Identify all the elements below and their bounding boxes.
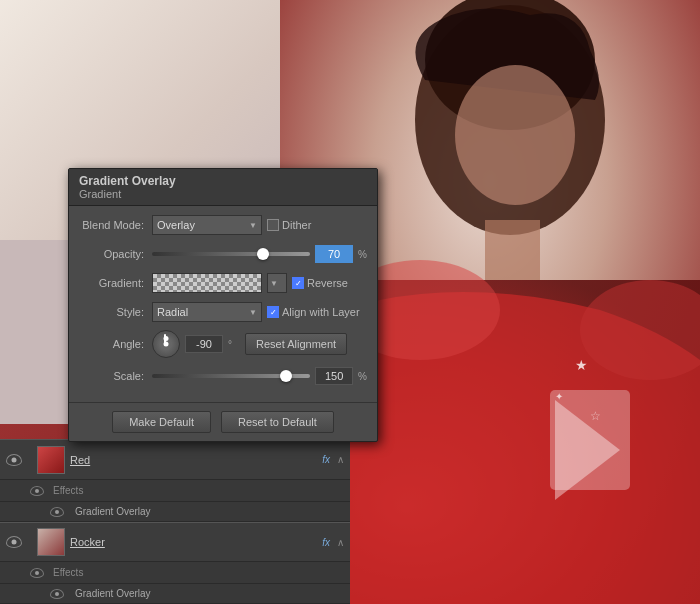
dialog-header: Gradient Overlay Gradient: [69, 169, 377, 206]
opacity-controls: 70 %: [152, 245, 367, 263]
blend-mode-label: Blend Mode:: [79, 219, 144, 231]
gradient-row: Gradient: ▼ Reverse: [79, 272, 367, 294]
align-label: Align with Layer: [282, 306, 360, 318]
layer-thumbnail-red: [37, 446, 65, 474]
style-label: Style:: [79, 306, 144, 318]
opacity-slider[interactable]: [152, 252, 310, 256]
layer-row-red[interactable]: Red fx ∧: [0, 440, 350, 480]
svg-rect-4: [485, 220, 540, 280]
opacity-unit: %: [358, 249, 367, 260]
blend-mode-controls: Overlay ▼ Dither: [152, 215, 367, 235]
align-group: Align with Layer: [267, 306, 360, 318]
blend-mode-value: Overlay: [157, 219, 195, 231]
make-default-button[interactable]: Make Default: [112, 411, 211, 433]
style-value: Radial: [157, 306, 188, 318]
effects-label-rocker: Effects: [53, 567, 83, 578]
reverse-checkbox[interactable]: [292, 277, 304, 289]
layer-eye-rocker[interactable]: [6, 536, 22, 548]
angle-controls: ° Reset Alignment: [152, 330, 367, 358]
layer-name-red: Red: [70, 454, 317, 466]
opacity-input[interactable]: 70: [315, 245, 353, 263]
layer-arrow-rocker: ∧: [337, 537, 344, 548]
layer-name-rocker: Rocker: [70, 536, 317, 548]
opacity-row: Opacity: 70 %: [79, 243, 367, 265]
angle-unit: °: [228, 339, 232, 350]
layers-panel: Red fx ∧ Effects Gradient Overlay Rocker…: [0, 439, 350, 604]
blend-mode-dropdown[interactable]: Overlay ▼: [152, 215, 262, 235]
style-row: Style: Radial ▼ Align with Layer: [79, 301, 367, 323]
blend-mode-arrow: ▼: [249, 221, 257, 230]
gradient-arrow: ▼: [270, 279, 278, 288]
layer-arrow-red: ∧: [337, 454, 344, 465]
opacity-thumb[interactable]: [257, 248, 269, 260]
layer-row-rocker[interactable]: Rocker fx ∧: [0, 522, 350, 562]
effect-name-red: Gradient Overlay: [75, 506, 151, 517]
gradient-preview[interactable]: [152, 273, 262, 293]
dither-label: Dither: [282, 219, 311, 231]
scale-row: Scale: %: [79, 365, 367, 387]
scale-label: Scale:: [79, 370, 144, 382]
dither-group: Dither: [267, 219, 311, 231]
style-dropdown[interactable]: Radial ▼: [152, 302, 262, 322]
effect-gradient-overlay-red[interactable]: Gradient Overlay: [0, 502, 350, 522]
svg-point-3: [455, 65, 575, 205]
layer-fx-red: fx: [322, 454, 330, 465]
reverse-label: Reverse: [307, 277, 348, 289]
angle-input[interactable]: [185, 335, 223, 353]
dialog-title-sub: Gradient: [79, 188, 367, 200]
blend-mode-row: Blend Mode: Overlay ▼ Dither: [79, 214, 367, 236]
effects-eye-red[interactable]: [30, 486, 44, 496]
scale-thumb[interactable]: [280, 370, 292, 382]
angle-indicator-dot: [164, 336, 169, 341]
scale-unit: %: [358, 371, 367, 382]
angle-label: Angle:: [79, 338, 144, 350]
gradient-label: Gradient:: [79, 277, 144, 289]
style-controls: Radial ▼ Align with Layer: [152, 302, 367, 322]
gradient-controls: ▼ Reverse: [152, 273, 367, 293]
effect-gradient-overlay-rocker[interactable]: Gradient Overlay: [0, 584, 350, 604]
effect-eye-red[interactable]: [50, 507, 64, 517]
angle-wheel[interactable]: [152, 330, 180, 358]
dither-checkbox[interactable]: [267, 219, 279, 231]
effect-name-rocker: Gradient Overlay: [75, 588, 151, 599]
dialog-body: Blend Mode: Overlay ▼ Dither Opacity: 70: [69, 206, 377, 402]
effects-label-red: Effects: [53, 485, 83, 496]
dialog-footer: Make Default Reset to Default: [69, 402, 377, 441]
scale-slider[interactable]: [152, 374, 310, 378]
dialog-title-main: Gradient Overlay: [79, 174, 367, 188]
reset-to-default-button[interactable]: Reset to Default: [221, 411, 334, 433]
reverse-group: Reverse: [292, 277, 348, 289]
layer-thumbnail-rocker: [37, 528, 65, 556]
angle-row: Angle: ° Reset Alignment: [79, 330, 367, 358]
effect-eye-rocker[interactable]: [50, 589, 64, 599]
layer-effects-rocker: Effects: [0, 562, 350, 584]
style-arrow: ▼: [249, 308, 257, 317]
svg-text:★: ★: [575, 357, 588, 373]
reset-alignment-button[interactable]: Reset Alignment: [245, 333, 347, 355]
effects-eye-rocker[interactable]: [30, 568, 44, 578]
gradient-overlay-dialog: Gradient Overlay Gradient Blend Mode: Ov…: [68, 168, 378, 442]
layer-fx-rocker: fx: [322, 537, 330, 548]
gradient-dropdown[interactable]: ▼: [267, 273, 287, 293]
opacity-label: Opacity:: [79, 248, 144, 260]
layer-eye-red[interactable]: [6, 454, 22, 466]
scale-controls: %: [152, 367, 367, 385]
scale-input[interactable]: [315, 367, 353, 385]
layer-effects-red: Effects: [0, 480, 350, 502]
align-checkbox[interactable]: [267, 306, 279, 318]
